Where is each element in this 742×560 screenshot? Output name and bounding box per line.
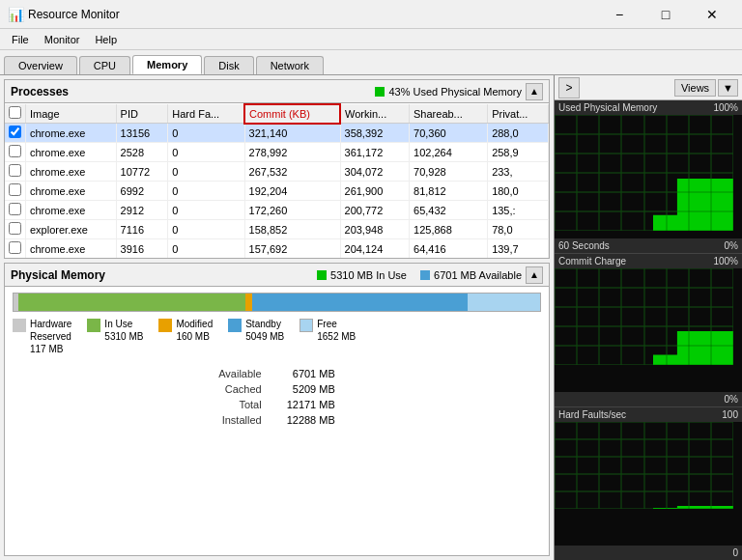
menu-file[interactable]: File <box>4 32 37 47</box>
chart-area-used-physical <box>555 115 742 238</box>
row-shareable: 70,928 <box>410 162 488 182</box>
row-checkbox-3[interactable] <box>9 183 21 196</box>
right-nav-button[interactable]: > <box>558 77 580 98</box>
physical-memory-header: Physical Memory 5310 MB In Use 6701 MB A… <box>5 264 549 287</box>
chart-area-commit <box>555 268 742 392</box>
row-checkbox-cell <box>5 162 26 182</box>
chart-canvas-hard-faults <box>555 422 733 509</box>
views-button[interactable]: Views <box>674 79 716 97</box>
legend-free: Free1652 MB <box>300 318 356 355</box>
bar-standby <box>252 294 468 311</box>
row-private: 139,7 <box>488 239 549 259</box>
row-hard-faults: 0 <box>168 143 244 162</box>
tab-disk[interactable]: Disk <box>204 56 253 74</box>
chart-title-commit: Commit Charge <box>558 256 626 266</box>
row-image: chrome.exe <box>26 182 117 201</box>
processes-section: Processes 43% Used Physical Memory ▲ Ima… <box>4 79 550 259</box>
select-all-checkbox[interactable] <box>9 106 21 119</box>
status-indicator <box>375 87 385 97</box>
menu-monitor[interactable]: Monitor <box>37 32 88 47</box>
row-private: 180,0 <box>488 182 549 201</box>
memory-status: 5310 MB In Use 6701 MB Available <box>317 269 522 281</box>
tab-overview[interactable]: Overview <box>4 56 77 74</box>
chart-time-label: 60 Seconds <box>558 240 610 251</box>
row-image: chrome.exe <box>26 201 117 220</box>
table-row: explorer.exe 7116 0 158,852 203,948 125,… <box>5 220 549 239</box>
row-checkbox-5[interactable] <box>9 222 21 235</box>
memory-available-dot <box>420 270 430 280</box>
row-private: 78,0 <box>488 220 549 239</box>
table-row: chrome.exe 6992 0 192,204 261,900 81,812… <box>5 182 549 201</box>
tab-bar: Overview CPU Memory Disk Network <box>0 50 742 75</box>
col-working[interactable]: Workin... <box>340 104 410 124</box>
bar-free <box>468 294 540 311</box>
row-checkbox-2[interactable] <box>9 164 21 177</box>
row-checkbox-4[interactable] <box>9 203 21 215</box>
chart-max-used-physical: 100% <box>713 102 738 113</box>
app-title: Resource Monitor <box>28 8 597 21</box>
legend-label-modified: Modified160 MB <box>176 318 213 343</box>
tab-cpu[interactable]: CPU <box>79 56 130 74</box>
row-commit: 158,852 <box>244 220 340 239</box>
row-working: 358,392 <box>340 124 410 143</box>
row-checkbox-1[interactable] <box>9 145 21 157</box>
chart-max-hard-faults: 100 <box>722 409 738 420</box>
chart-title-hard-faults: Hard Faults/sec <box>558 409 626 420</box>
left-panel: Processes 43% Used Physical Memory ▲ Ima… <box>0 75 554 560</box>
commit-charge-chart: Commit Charge 100% 0% <box>555 254 742 407</box>
window-controls: − □ ✕ <box>597 0 734 29</box>
used-physical-memory-chart: Used Physical Memory 100% 60 Seconds 0% <box>555 100 742 254</box>
row-checkbox-0[interactable] <box>9 126 21 138</box>
row-pid: 2528 <box>116 143 168 162</box>
col-hard-faults[interactable]: Hard Fa... <box>168 104 244 124</box>
row-checkbox-6[interactable] <box>9 241 21 254</box>
detail-total: Total 12171 MB <box>207 398 347 411</box>
memory-collapse-btn[interactable]: ▲ <box>526 266 543 284</box>
row-hard-faults: 0 <box>168 239 244 259</box>
row-checkbox-cell <box>5 182 26 201</box>
memory-bar <box>13 293 541 312</box>
maximize-button[interactable]: □ <box>643 0 688 29</box>
legend-color-inuse <box>87 319 100 332</box>
col-private[interactable]: Privat... <box>488 104 549 124</box>
detail-cached-value: 5209 MB <box>275 382 347 396</box>
row-commit: 192,204 <box>244 182 340 201</box>
table-row: chrome.exe 2528 0 278,992 361,172 102,26… <box>5 143 549 162</box>
chart-label-commit: Commit Charge 100% <box>555 254 742 268</box>
close-button[interactable]: ✕ <box>690 0 734 29</box>
tab-network[interactable]: Network <box>256 56 324 74</box>
tab-memory[interactable]: Memory <box>132 55 202 74</box>
col-shareable[interactable]: Shareab... <box>410 104 488 124</box>
row-checkbox-cell <box>5 143 26 162</box>
physical-memory-title: Physical Memory <box>11 268 317 282</box>
chart-canvas-used-physical <box>555 115 733 231</box>
row-shareable: 102,264 <box>410 143 488 162</box>
col-pid[interactable]: PID <box>116 104 168 124</box>
minimize-button[interactable]: − <box>597 0 642 29</box>
processes-table-scroll[interactable]: Image PID Hard Fa... Commit (KB) Workin.… <box>5 103 549 258</box>
row-image: chrome.exe <box>26 239 117 259</box>
table-header-row: Image PID Hard Fa... Commit (KB) Workin.… <box>5 104 549 124</box>
row-working: 204,124 <box>340 239 410 259</box>
legend-label-hardware: HardwareReserved117 MB <box>30 318 71 355</box>
table-row: chrome.exe 3916 0 157,692 204,124 64,416… <box>5 239 549 259</box>
row-image: chrome.exe <box>26 124 117 143</box>
hard-faults-chart: Hard Faults/sec 100 0 <box>555 407 742 560</box>
processes-collapse-btn[interactable]: ▲ <box>526 83 543 100</box>
views-dropdown-button[interactable]: ▼ <box>718 79 738 97</box>
row-shareable: 81,812 <box>410 182 488 201</box>
row-working: 200,772 <box>340 201 410 220</box>
row-shareable: 125,868 <box>410 220 488 239</box>
col-image[interactable]: Image <box>26 104 117 124</box>
row-image: chrome.exe <box>26 162 117 182</box>
row-working: 304,072 <box>340 162 410 182</box>
row-hard-faults: 0 <box>168 220 244 239</box>
col-commit[interactable]: Commit (KB) <box>244 104 340 124</box>
right-panel-header: > Views ▼ <box>555 75 742 100</box>
right-panel: > Views ▼ Used Physical Memory 100% 60 S… <box>554 75 742 560</box>
row-checkbox-cell <box>5 239 26 259</box>
legend-label-inuse: In Use5310 MB <box>104 318 143 343</box>
chart-min-commit: 0% <box>725 394 738 405</box>
row-working: 261,900 <box>340 182 410 201</box>
menu-help[interactable]: Help <box>87 32 125 47</box>
